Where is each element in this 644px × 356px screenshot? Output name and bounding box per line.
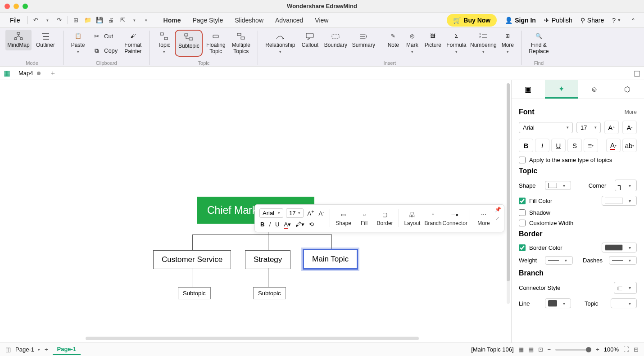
dashes-select[interactable]: ▾ bbox=[609, 256, 637, 265]
buy-now-button[interactable]: 🛒 Buy Now bbox=[447, 14, 497, 27]
shape-select[interactable]: ▾ bbox=[545, 181, 571, 190]
document-tab[interactable]: Map4 bbox=[15, 68, 44, 78]
mini-italic-button[interactable]: I bbox=[268, 220, 272, 229]
callout-button[interactable]: Callout bbox=[299, 30, 321, 56]
numbering-button[interactable]: 12 Numbering ▾ bbox=[469, 30, 498, 56]
topic-node-customer-service[interactable]: Customer Service bbox=[153, 250, 231, 269]
mini-connector-button[interactable]: ─●Connector bbox=[444, 210, 465, 226]
collapse-ribbon-button[interactable]: ^ bbox=[629, 16, 638, 25]
mini-shape-button[interactable]: ▭Shape bbox=[335, 210, 353, 226]
view-mode-1-button[interactable]: ▦ bbox=[518, 346, 524, 353]
font-family-select[interactable]: Arial▾ bbox=[519, 122, 573, 133]
zoom-out-button[interactable]: − bbox=[548, 346, 551, 353]
cut-button[interactable]: ✂ Cut bbox=[89, 30, 120, 43]
tab-view[interactable]: View bbox=[313, 14, 330, 27]
formula-button[interactable]: Σ Formula ▾ bbox=[444, 30, 468, 56]
insert-more-button[interactable]: ⊞ More ▾ bbox=[499, 30, 517, 56]
export-dropdown[interactable]: ▾ bbox=[130, 16, 139, 25]
undo-dropdown[interactable]: ▾ bbox=[43, 16, 52, 25]
minimize-window-button[interactable] bbox=[14, 4, 19, 9]
tab-page-style[interactable]: Page Style bbox=[190, 14, 225, 27]
mini-branch-button[interactable]: ⑂Branch bbox=[424, 210, 442, 226]
mini-fontcolor-button[interactable]: A▾ bbox=[283, 220, 292, 229]
file-menu[interactable]: File bbox=[6, 15, 24, 26]
redo-button[interactable]: ↷ bbox=[55, 16, 64, 25]
outline-toggle-button[interactable]: ◫ bbox=[5, 346, 11, 353]
pin-icon[interactable]: 📌 bbox=[495, 207, 501, 212]
bold-button[interactable]: B bbox=[519, 139, 533, 152]
mini-font-select[interactable]: Arial▾ bbox=[259, 208, 283, 218]
quickaccess-more[interactable]: ▾ bbox=[142, 16, 151, 25]
page-selector[interactable]: Page-1 bbox=[15, 346, 34, 353]
fullscreen-button[interactable]: ⛶ bbox=[623, 346, 629, 353]
mini-underline-button[interactable]: U bbox=[274, 220, 280, 229]
mindmap-mode-button[interactable]: MindMap bbox=[5, 30, 32, 50]
mini-decrease-font[interactable]: A- bbox=[317, 208, 325, 218]
summary-button[interactable]: Summary bbox=[350, 30, 377, 56]
save-button[interactable]: 💾 bbox=[95, 16, 104, 25]
find-replace-button[interactable]: 🔍 Find & Replace bbox=[526, 30, 551, 57]
text-case-button[interactable]: ab▾ bbox=[622, 139, 637, 152]
relationship-button[interactable]: Relationship ▾ bbox=[263, 30, 298, 56]
align-button[interactable]: ≡▾ bbox=[584, 139, 598, 152]
increase-font-button[interactable]: A+ bbox=[604, 121, 619, 134]
shadow-checkbox[interactable] bbox=[519, 209, 526, 216]
mark-button[interactable]: ◎ Mark ▾ bbox=[403, 30, 421, 56]
publish-button[interactable]: ✈ Publish bbox=[544, 17, 572, 24]
fill-color-select[interactable]: ▾ bbox=[602, 196, 637, 206]
border-color-checkbox[interactable] bbox=[519, 244, 526, 251]
branch-topic-select[interactable]: ▾ bbox=[611, 298, 637, 308]
floating-topic-button[interactable]: Floating Topic bbox=[204, 30, 228, 57]
share-button[interactable]: ⚲ Share bbox=[581, 17, 604, 24]
paste-button[interactable]: 📋 Paste ▾ bbox=[68, 30, 88, 58]
canvas-area[interactable]: Chief Mark Customer Service Strategy Mai… bbox=[0, 80, 511, 342]
page-dropdown[interactable]: ▾ bbox=[38, 347, 40, 352]
note-button[interactable]: ✎ Note bbox=[384, 30, 402, 56]
side-tab-style[interactable]: ✦ bbox=[545, 80, 578, 99]
picture-button[interactable]: 🖼 Picture bbox=[422, 30, 444, 56]
subtopic-node-2[interactable]: Subtopic bbox=[253, 287, 286, 299]
mini-clearformat-button[interactable]: ⟲ bbox=[308, 220, 315, 229]
weight-select[interactable]: ▾ bbox=[545, 256, 573, 265]
topic-node-strategy[interactable]: Strategy bbox=[245, 250, 290, 269]
maximize-window-button[interactable] bbox=[23, 4, 28, 9]
decrease-font-button[interactable]: A- bbox=[622, 121, 637, 134]
add-tab-button[interactable]: + bbox=[49, 69, 58, 78]
corner-select[interactable]: ┐▾ bbox=[615, 180, 637, 191]
italic-button[interactable]: I bbox=[535, 139, 549, 152]
side-tab-icon[interactable]: ☺ bbox=[578, 80, 611, 99]
mini-bold-button[interactable]: B bbox=[259, 220, 265, 229]
export-button[interactable]: ⇱ bbox=[118, 16, 127, 25]
fill-color-checkbox[interactable] bbox=[519, 198, 526, 204]
multiple-topics-button[interactable]: Multiple Topics bbox=[229, 30, 253, 57]
page-tab[interactable]: Page-1 bbox=[53, 344, 81, 355]
mini-fill-button[interactable]: ○Fill bbox=[355, 210, 373, 226]
sign-in-button[interactable]: 👤 Sign In bbox=[505, 17, 536, 24]
print-button[interactable]: 🖨 bbox=[107, 16, 116, 25]
collapse-status-button[interactable]: ⊟ bbox=[634, 346, 639, 353]
outliner-mode-button[interactable]: Outliner bbox=[32, 30, 59, 50]
tab-slideshow[interactable]: Slideshow bbox=[233, 14, 265, 27]
vertical-scrollbar[interactable] bbox=[507, 83, 510, 304]
underline-button[interactable]: U bbox=[551, 139, 566, 152]
copy-button[interactable]: ⧉ Copy bbox=[89, 44, 120, 58]
add-page-button[interactable]: + bbox=[45, 346, 48, 353]
help-dropdown[interactable]: ? ▾ bbox=[612, 17, 621, 24]
view-mode-2-button[interactable]: ▤ bbox=[528, 346, 534, 353]
font-more-link[interactable]: More bbox=[625, 109, 637, 115]
subtopic-button[interactable]: Subtopic bbox=[175, 30, 203, 57]
close-window-button[interactable] bbox=[5, 4, 10, 9]
fit-page-button[interactable]: ⊡ bbox=[538, 346, 543, 353]
format-painter-button[interactable]: 🖌 Format Painter bbox=[121, 30, 145, 58]
mini-increase-font[interactable]: A+ bbox=[306, 208, 315, 218]
font-size-select[interactable]: 17▾ bbox=[576, 122, 601, 133]
apply-same-type-checkbox[interactable] bbox=[519, 157, 526, 163]
subtopic-node-1[interactable]: Subtopic bbox=[178, 287, 211, 299]
customize-width-checkbox[interactable] bbox=[519, 220, 526, 226]
undo-button[interactable]: ↶ bbox=[32, 16, 41, 25]
font-color-button[interactable]: A▾ bbox=[606, 139, 621, 152]
horizontal-scrollbar[interactable] bbox=[86, 337, 419, 340]
side-tab-layout[interactable]: ▣ bbox=[512, 80, 545, 99]
tab-advanced[interactable]: Advanced bbox=[273, 14, 305, 27]
new-button[interactable]: ⊞ bbox=[72, 16, 81, 25]
